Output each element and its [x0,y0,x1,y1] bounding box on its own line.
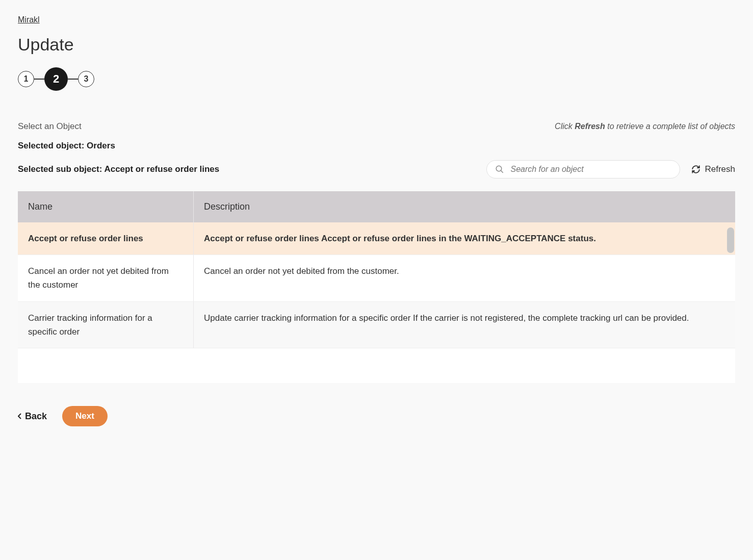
refresh-hint: Click Refresh to retrieve a complete lis… [555,122,735,131]
refresh-button[interactable]: Refresh [691,164,735,174]
refresh-icon [691,165,700,174]
step-2[interactable]: 2 [44,67,68,91]
object-table: Name Description Accept or refuse order … [18,191,735,383]
page-title: Update [18,35,735,55]
footer-actions: Back Next [18,406,735,426]
table-body: Accept or refuse order lines Accept or r… [18,222,735,383]
table-row[interactable]: Carrier tracking information for a speci… [18,302,735,348]
column-header-description: Description [194,191,735,222]
svg-point-0 [497,166,502,171]
column-header-name: Name [18,191,194,222]
refresh-label: Refresh [705,164,735,174]
svg-line-1 [501,170,504,173]
cell-description: Update carrier tracking information for … [194,302,735,348]
scrollbar-thumb[interactable] [727,227,734,253]
next-button[interactable]: Next [62,406,108,426]
step-line [34,79,44,80]
cell-name: Carrier tracking information for a speci… [18,302,194,348]
search-box[interactable] [486,160,680,179]
cell-name: Accept or refuse order lines [18,222,194,254]
table-header: Name Description [18,191,735,222]
breadcrumb-link[interactable]: Mirakl [18,15,40,24]
step-line [68,79,78,80]
search-input[interactable] [510,165,671,174]
cell-description: Cancel an order not yet debited from the… [194,255,735,301]
cell-name: Cancel an order not yet debited from the… [18,255,194,301]
cell-description: Accept or refuse order lines Accept or r… [194,222,735,254]
section-label: Select an Object [18,121,82,132]
back-label: Back [25,411,47,422]
step-3[interactable]: 3 [78,71,94,87]
selected-sub-object-label: Selected sub object: Accept or refuse or… [18,164,219,174]
search-icon [495,165,504,174]
back-button[interactable]: Back [18,411,47,422]
stepper: 1 2 3 [18,67,735,91]
chevron-left-icon [18,413,22,419]
step-1[interactable]: 1 [18,71,34,87]
selected-object-label: Selected object: Orders [18,141,735,151]
table-row[interactable]: Cancel an order not yet debited from the… [18,255,735,301]
table-row[interactable]: Accept or refuse order lines Accept or r… [18,222,735,255]
